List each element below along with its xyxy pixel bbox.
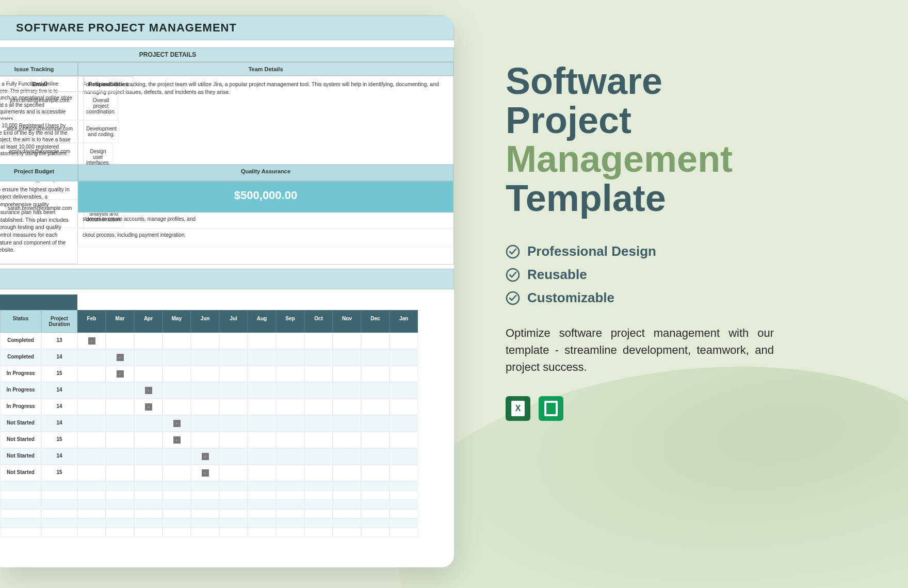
gantt-cell (304, 366, 333, 382)
empty-cell (134, 491, 163, 500)
month-header: May (163, 310, 191, 333)
gantt-cell (77, 399, 106, 415)
empty-cell (134, 528, 163, 537)
plan-row: Alice Johnson2023-03-162023-03-31In Prog… (0, 366, 454, 382)
project-details-header: PROJECT DETAILS (0, 47, 454, 62)
headline-line-1: Software (506, 62, 867, 101)
empty-cell (304, 509, 333, 518)
gantt-cell (248, 382, 276, 399)
gantt-cell (134, 349, 163, 366)
month-header: Aug (248, 310, 276, 333)
gantt-cell (304, 415, 333, 432)
empty-cell (77, 509, 106, 518)
gantt-cell (106, 333, 134, 349)
empty-cell (163, 500, 191, 509)
gantt-cell (191, 333, 219, 349)
empty-cell (191, 500, 219, 509)
empty-cell (304, 491, 333, 500)
excel-icon (506, 396, 530, 421)
qa-text: To ensure the highest quality in project… (0, 181, 78, 264)
gantt-cell (304, 382, 333, 399)
sheet-title-band: SOFTWARE PROJECT MANAGEMENT (0, 15, 454, 40)
gantt-cell (390, 415, 418, 432)
plan-status: Not Started (0, 415, 41, 432)
empty-cell (0, 481, 41, 491)
empty-cell (41, 509, 77, 518)
plan-row (0, 500, 454, 509)
gantt-cell (390, 382, 418, 399)
empty-cell (163, 518, 191, 528)
month-header: Jun (191, 310, 219, 333)
empty-cell (191, 518, 219, 528)
gantt-cell (361, 465, 390, 481)
empty-cell (304, 528, 333, 537)
gantt-cell (276, 382, 304, 399)
plan-duration: 15 (41, 366, 77, 382)
plan-row: Mark Wilson2023-05-012023-05-15Not Start… (0, 415, 454, 432)
empty-cell (219, 491, 248, 500)
gantt-cell (248, 448, 276, 465)
empty-cell (134, 509, 163, 518)
gantt-cell (219, 432, 248, 448)
gantt-cell (248, 333, 276, 349)
gantt-cell (163, 448, 191, 465)
headline-line-4: Template (506, 179, 867, 218)
empty-cell (219, 518, 248, 528)
gantt-cell: - (191, 465, 219, 481)
gantt-cell (276, 366, 304, 382)
gantt-cell (361, 415, 390, 432)
issue-header: Issue Tracking (0, 62, 78, 76)
empty-cell (248, 491, 276, 500)
gantt-cell: - (134, 399, 163, 415)
gantt-cell (219, 382, 248, 399)
gantt-cell: - (134, 382, 163, 399)
plan-row: Emily Davis2023-04-162023-04-30In Progre… (0, 399, 454, 415)
month-header: Sep (276, 310, 304, 333)
gantt-cell (304, 448, 333, 465)
team-email: alice.johnson@example.com (0, 120, 84, 143)
gantt-cell (390, 333, 418, 349)
plan-status: In Progress (0, 399, 41, 415)
empty-cell (276, 518, 304, 528)
empty-cell (248, 500, 276, 509)
gantt-cell (163, 382, 191, 399)
month-header: Nov (333, 310, 361, 333)
gantt-cell (333, 465, 361, 481)
plan-duration: 14 (41, 382, 77, 399)
empty-cell (163, 528, 191, 537)
plan-status: Not Started (0, 432, 41, 448)
empty-cell (333, 518, 361, 528)
gantt-cell (276, 333, 304, 349)
month-header: Jan (390, 310, 418, 333)
plan-row: Sarah Brown2023-06-012023-06-15Not Start… (0, 448, 454, 465)
plan-row (0, 509, 454, 518)
issue-text: For efficient issue tracking, the projec… (78, 76, 453, 165)
gantt-cell (276, 415, 304, 432)
gantt-cell (219, 349, 248, 366)
empty-cell (163, 481, 191, 491)
gantt-cell (77, 415, 106, 432)
empty-cell (361, 491, 390, 500)
empty-cell (276, 491, 304, 500)
plan-row (0, 528, 454, 537)
plan-row: Mark Wilson2023-05-162023-05-31Not Start… (0, 432, 454, 448)
plan-duration: 14 (41, 448, 77, 465)
gantt-cell (304, 465, 333, 481)
gantt-cell (361, 349, 390, 366)
gantt-cell (106, 465, 134, 481)
plan-status: Not Started (0, 448, 41, 465)
empty-cell (41, 528, 77, 537)
plan-status: Completed (0, 349, 41, 366)
empty-cell (41, 500, 77, 509)
empty-cell (361, 528, 390, 537)
gantt-cell (276, 465, 304, 481)
promo-panel: Software Project Management Template Pro… (454, 0, 908, 588)
spreadsheet-preview: SOFTWARE PROJECT MANAGEMENT PROJECT DETA… (0, 15, 454, 567)
gantt-cell (333, 415, 361, 432)
empty-cell (77, 518, 106, 528)
empty-cell (0, 518, 41, 528)
plan-duration: 15 (41, 465, 77, 481)
month-header: Apr (134, 310, 163, 333)
gantt-cell (361, 432, 390, 448)
empty-cell (304, 481, 333, 491)
